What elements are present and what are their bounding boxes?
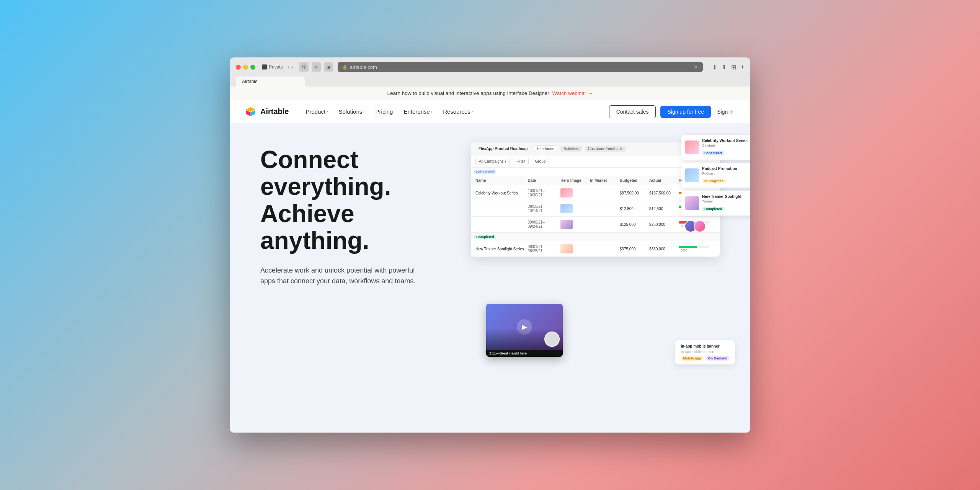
toolbar-icon-3[interactable]: ◑ [324, 62, 333, 72]
row-2-hero [559, 203, 588, 214]
video-card[interactable]: ▶ 2:11—Great insight here [486, 304, 563, 357]
col-header-budgeted: Budgeted [618, 178, 648, 183]
completed-filter-badge: Completed [474, 235, 497, 239]
hero-section: Connect everything. Achieve anything. Ac… [230, 123, 750, 433]
lock-icon: 🔒 [342, 65, 348, 70]
card-title-2: Podcast Promotion [702, 167, 750, 171]
maximize-window-button[interactable] [250, 65, 255, 70]
solutions-chevron-icon: › [363, 109, 364, 114]
col-header-market: In Market [588, 178, 618, 183]
card-avatar-3 [685, 196, 699, 210]
enterprise-chevron-icon: › [431, 109, 432, 114]
tab-customer-feedback[interactable]: Customer Feedback [585, 146, 626, 152]
row-4-dates: 08/01/21–08/25/21 [526, 244, 559, 254]
toolbar-icons: f? N ◑ [299, 62, 333, 72]
row-2-actual: $12,500 [648, 206, 677, 212]
private-icon: ⬛ [261, 64, 267, 70]
product-chevron-icon: › [327, 109, 328, 114]
browser-window: ⬛ Private ‹ › f? N ◑ 🔒 airtable.com ✕ [230, 57, 750, 433]
table-row: New Trainer Spotlight Series 08/01/21–08… [471, 241, 720, 257]
browser-chrome: ⬛ Private ‹ › f? N ◑ 🔒 airtable.com ✕ [230, 57, 750, 87]
row-4-budgeted: $375,000 [618, 246, 648, 252]
nav-item-solutions[interactable]: Solutions › [334, 105, 369, 118]
minimize-window-button[interactable] [243, 65, 248, 70]
col-header-dates: Date [526, 178, 559, 183]
logo-text: Airtable [260, 107, 289, 116]
card-badge-3: Completed [702, 207, 725, 211]
all-campaigns-button[interactable]: All Campaigns ▾ [475, 158, 510, 165]
video-overlay: 2:11—Great insight here [486, 350, 563, 357]
card-sub-2: Podcast [702, 172, 750, 175]
share-icon[interactable]: ⬆ [722, 64, 727, 71]
hero-text: Connect everything. Achieve anything. Ac… [230, 123, 429, 433]
download-icon[interactable]: ⬇ [712, 64, 717, 71]
browser-titlebar: ⬛ Private ‹ › f? N ◑ 🔒 airtable.com ✕ [236, 62, 744, 72]
row-1-name: Celebrity Workout Series [474, 190, 526, 196]
bottom-badge-2: On Demand [706, 356, 730, 361]
card-avatar-1 [685, 140, 699, 154]
address-bar[interactable]: 🔒 airtable.com ✕ [338, 62, 703, 72]
side-card-1: Celebrity Workout Series Celebrity Sched… [681, 135, 750, 160]
tab-interfaces[interactable]: Interfaces [534, 145, 557, 152]
toolbar-icon-1[interactable]: f? [299, 62, 309, 72]
video-overlay-text: 2:11—Great insight here [489, 351, 527, 355]
row-4-bar: 50% [677, 245, 717, 253]
group-button[interactable]: Group [532, 158, 549, 165]
nav-item-pricing[interactable]: Pricing [371, 105, 398, 118]
row-3-name [474, 224, 526, 225]
banner-text: Learn how to build visual and interactiv… [387, 90, 549, 96]
row-1-actual: $137,500.00 [648, 190, 677, 196]
nav-item-resources[interactable]: Resources › [438, 105, 477, 118]
table-title: FlexApp Product Roadmap [475, 147, 531, 151]
close-window-button[interactable] [236, 65, 241, 70]
hero-illustration: FlexApp Product Roadmap Interfaces Activ… [471, 135, 750, 380]
main-nav: Airtable Product › Solutions › Pricing E… [230, 100, 750, 123]
row-2-name [474, 208, 526, 209]
nav-links: Product › Solutions › Pricing Enterprise… [301, 105, 609, 118]
close-tab-button[interactable]: ✕ [694, 64, 698, 70]
video-person [486, 328, 563, 350]
row-2-budgeted: $12,500 [618, 206, 648, 212]
nav-product-label: Product [305, 108, 325, 115]
avatar-group [681, 220, 750, 232]
back-button[interactable]: ‹ [287, 64, 289, 70]
contact-sales-button[interactable]: Contact sales [609, 105, 656, 118]
hero-subtext: Accelerate work and unlock potential wit… [260, 265, 429, 287]
tab-label: Airtable [242, 79, 258, 84]
new-tab-icon[interactable]: + [741, 64, 744, 70]
row-1-hero [559, 188, 588, 198]
toolbar-icon-2[interactable]: N [312, 62, 321, 72]
logo[interactable]: Airtable [245, 106, 289, 117]
forward-button[interactable]: › [291, 64, 293, 70]
address-bar-container: 🔒 airtable.com ✕ [338, 62, 703, 72]
row-1-market [588, 192, 618, 194]
col-header-actual: Actual [648, 178, 677, 183]
filter-button[interactable]: Filter [513, 158, 528, 165]
card-info-2: Podcast Promotion Podcast In Progress [702, 167, 750, 184]
bottom-badge-1: Mobile app [681, 356, 703, 361]
card-sub-1: Celebrity [702, 144, 750, 147]
tab-activities[interactable]: Activities [560, 146, 581, 152]
card-title-1: Celebrity Workout Series [702, 139, 750, 143]
signin-link[interactable]: Sign in [715, 106, 735, 118]
nav-item-product[interactable]: Product › [301, 105, 332, 118]
nav-pricing-label: Pricing [376, 108, 393, 115]
row-4-market [588, 248, 618, 250]
resources-chevron-icon: › [472, 109, 473, 114]
grid-icon[interactable]: ⊞ [731, 64, 736, 71]
hero-headline: Connect everything. Achieve anything. [260, 146, 429, 254]
presenter-avatar [544, 332, 560, 347]
row-1-budgeted: $87,500.00 [618, 190, 648, 196]
row-1-dates: 10/01/21–10/30/21 [526, 188, 559, 198]
private-label: ⬛ Private [261, 64, 283, 70]
row-3-actual: $250,000 [648, 222, 677, 227]
signup-button[interactable]: Sign up for free [660, 106, 711, 118]
nav-solutions-label: Solutions [339, 108, 363, 115]
bottom-card-badges: Mobile app On Demand [681, 356, 730, 361]
nav-item-enterprise[interactable]: Enterprise › [399, 105, 437, 118]
row-3-hero [559, 219, 588, 230]
browser-tabs: Airtable [236, 77, 744, 87]
banner-link[interactable]: Watch webinar → [552, 90, 593, 96]
col-header-hero: Hero Image [559, 178, 588, 183]
active-tab[interactable]: Airtable [236, 77, 305, 87]
